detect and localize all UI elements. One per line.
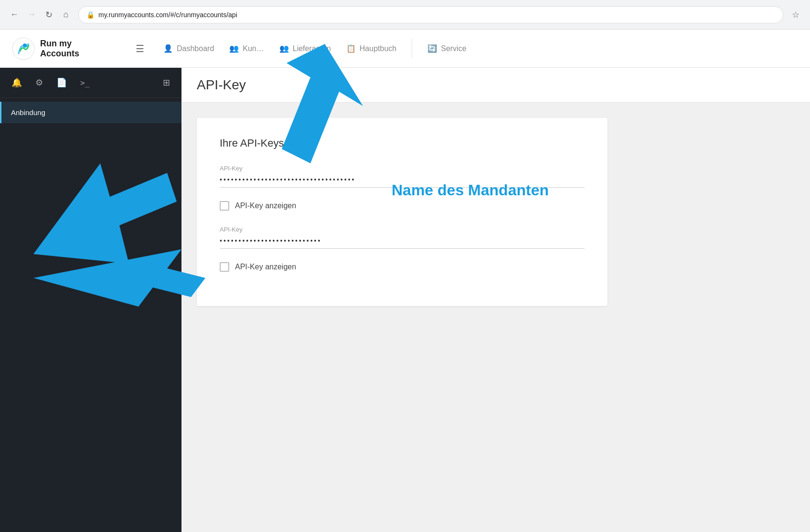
sidebar-bell-button[interactable]: 🔔 [10, 75, 24, 90]
nav-items: 👤 Dashboard 👥 Kun… 👥 Lieferanten 📋 Haupt… [163, 39, 799, 58]
sidebar-grid-button[interactable]: ⊞ [161, 75, 172, 90]
sidebar-doc-button[interactable]: 📄 [54, 75, 69, 90]
api-key-label-2: API-Key [220, 226, 585, 233]
main-area: 🔔 ⚙ 📄 >_ ⊞ Anbindung API-Key Ihre API-Ke… [0, 68, 810, 532]
home-button[interactable]: ⌂ [59, 8, 73, 21]
sidebar-item-anbindung[interactable]: Anbindung [0, 102, 181, 123]
sidebar-icons: 🔔 ⚙ 📄 >_ ⊞ [0, 68, 181, 98]
nav-label-hauptbuch: Hauptbuch [360, 44, 396, 53]
svg-point-1 [23, 43, 27, 47]
nav-label-dashboard: Dashboard [177, 44, 214, 53]
dashboard-icon: 👤 [163, 44, 173, 53]
nav-item-hauptbuch[interactable]: 📋 Hauptbuch [346, 40, 396, 57]
nav-item-dashboard[interactable]: 👤 Dashboard [163, 40, 214, 57]
nav-buttons: ← → ↻ ⌂ [8, 8, 73, 21]
sidebar-terminal-button[interactable]: >_ [78, 76, 91, 89]
nav-label-lieferanten: Lieferanten [293, 44, 331, 53]
forward-button[interactable]: → [25, 8, 38, 21]
logo-icon [11, 37, 35, 61]
nav-item-kunden[interactable]: 👥 Kun… [229, 40, 264, 57]
lock-icon: 🔒 [86, 11, 95, 19]
hauptbuch-icon: 📋 [346, 44, 356, 53]
api-key-label-1: API-Key [220, 165, 585, 172]
lieferanten-icon: 👥 [279, 44, 289, 53]
browser-chrome: ← → ↻ ⌂ 🔒 my.runmyaccounts.com/#/c/runmy… [0, 0, 810, 30]
content-area: API-Key Ihre API-Keys API-Key ••••••••••… [181, 68, 810, 532]
bookmark-button[interactable]: ☆ [789, 8, 802, 21]
nav-item-service[interactable]: 🔄 Service [427, 40, 466, 57]
api-key-checkbox-label-1: API-Key anzeigen [235, 202, 296, 210]
app-layout: Run my Accounts ☰ 👤 Dashboard 👥 Kun… 👥 L… [0, 30, 810, 532]
nav-separator [412, 39, 412, 58]
hamburger-button[interactable]: ☰ [132, 39, 148, 58]
nav-label-service: Service [441, 44, 466, 53]
api-key-form-group-1: API-Key ••••••••••••••••••••••••••••••••… [220, 165, 585, 188]
sidebar-gear-button[interactable]: ⚙ [33, 75, 45, 90]
api-key-value-2: ••••••••••••••••••••••••••• [220, 237, 585, 249]
sidebar: 🔔 ⚙ 📄 >_ ⊞ Anbindung [0, 68, 181, 532]
top-nav: Run my Accounts ☰ 👤 Dashboard 👥 Kun… 👥 L… [0, 30, 810, 68]
api-key-form-group-2: API-Key ••••••••••••••••••••••••••• [220, 226, 585, 249]
page-title: API-Key [197, 77, 795, 93]
address-bar[interactable]: 🔒 my.runmyaccounts.com/#/c/runmyaccounts… [78, 6, 783, 23]
api-key-checkbox-label-2: API-Key anzeigen [235, 263, 296, 271]
reload-button[interactable]: ↻ [42, 8, 55, 21]
logo-text: Run my Accounts [40, 39, 79, 59]
page-content: Ihre API-Keys API-Key ••••••••••••••••••… [181, 103, 810, 532]
back-button[interactable]: ← [8, 8, 21, 21]
url-text: my.runmyaccounts.com/#/c/runmyaccounts/a… [98, 11, 775, 19]
api-key-value-1: •••••••••••••••••••••••••••••••••••• [220, 176, 585, 188]
api-key-card: Ihre API-Keys API-Key ••••••••••••••••••… [197, 118, 608, 306]
page-header: API-Key [181, 68, 810, 103]
service-icon: 🔄 [427, 44, 437, 53]
logo-area: Run my Accounts [11, 37, 117, 61]
nav-item-lieferanten[interactable]: 👥 Lieferanten [279, 40, 331, 57]
api-key-checkbox-1[interactable] [220, 201, 229, 211]
sidebar-menu: Anbindung [0, 98, 181, 127]
api-key-checkbox-row-2[interactable]: API-Key anzeigen [220, 262, 585, 272]
anbindung-label: Anbindung [11, 108, 45, 117]
nav-label-kunden: Kun… [243, 44, 264, 53]
api-key-checkbox-2[interactable] [220, 262, 229, 272]
card-title: Ihre API-Keys [220, 137, 585, 149]
kunden-icon: 👥 [229, 44, 239, 53]
api-key-checkbox-row-1[interactable]: API-Key anzeigen [220, 201, 585, 211]
